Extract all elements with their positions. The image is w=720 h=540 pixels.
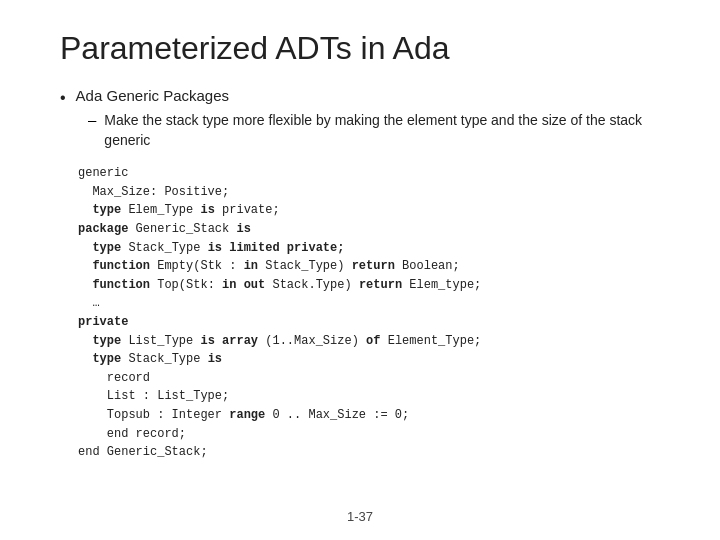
slide: Parameterized ADTs in Ada • Ada Generic … (0, 0, 720, 540)
bullet-dot: • (60, 89, 66, 107)
slide-title: Parameterized ADTs in Ada (60, 30, 670, 67)
sub-bullet-text: Make the stack type more flexible by mak… (104, 111, 670, 150)
dash-icon: – (88, 111, 96, 128)
code-line-16: end Generic_Stack; (78, 443, 670, 462)
code-line-15: end record; (78, 425, 670, 444)
bullet-section: • Ada Generic Packages – Make the stack … (60, 87, 670, 150)
code-line-10: type List_Type is array (1..Max_Size) of… (78, 332, 670, 351)
code-line-7: function Top(Stk: in out Stack.Type) ret… (78, 276, 670, 295)
code-line-1: generic (78, 164, 670, 183)
code-line-11: type Stack_Type is (78, 350, 670, 369)
code-line-13: List : List_Type; (78, 387, 670, 406)
page-number: 1-37 (347, 509, 373, 524)
code-block: generic Max_Size: Positive; type Elem_Ty… (78, 164, 670, 462)
code-line-8: … (78, 294, 670, 313)
code-line-6: function Empty(Stk : in Stack_Type) retu… (78, 257, 670, 276)
code-line-9: private (78, 313, 670, 332)
code-line-12: record (78, 369, 670, 388)
code-line-14: Topsub : Integer range 0 .. Max_Size := … (78, 406, 670, 425)
code-line-2: Max_Size: Positive; (78, 183, 670, 202)
code-line-4: package Generic_Stack is (78, 220, 670, 239)
sub-bullet: – Make the stack type more flexible by m… (88, 111, 670, 150)
code-line-3: type Elem_Type is private; (78, 201, 670, 220)
bullet-label: Ada Generic Packages (76, 87, 229, 104)
code-line-5: type Stack_Type is limited private; (78, 239, 670, 258)
bullet-item: • Ada Generic Packages (60, 87, 670, 107)
